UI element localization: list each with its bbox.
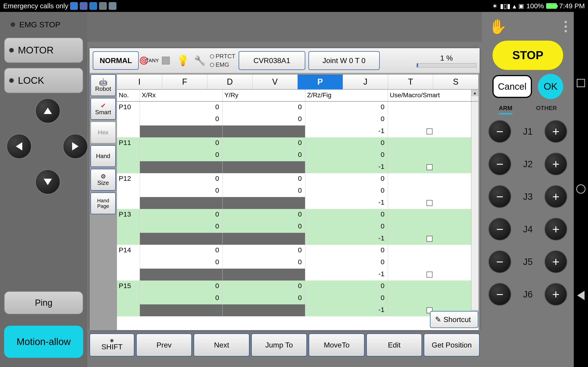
hand-icon[interactable]: ✋ xyxy=(489,18,507,35)
type-tab-f[interactable]: F xyxy=(162,75,208,89)
grid-body[interactable]: P10000000-1P11000000-1P12000000-1P130000… xyxy=(117,102,471,316)
next-button[interactable]: Next xyxy=(194,334,250,357)
smart-tab[interactable]: ✔Smart xyxy=(90,98,116,120)
type-tab-j[interactable]: J xyxy=(343,75,388,89)
down-button[interactable] xyxy=(35,169,61,194)
stop-square-icon[interactable] xyxy=(159,54,173,67)
speed-display[interactable]: 1 % xyxy=(417,54,476,67)
getposition-button[interactable]: Get Position xyxy=(424,334,480,357)
j4-plus-button[interactable]: + xyxy=(544,218,567,241)
table-row[interactable]: -1 xyxy=(117,125,471,137)
hand-tab[interactable]: Hand xyxy=(90,145,116,167)
table-row[interactable]: P14000 xyxy=(117,245,471,257)
use-checkbox[interactable] xyxy=(426,128,432,134)
table-row[interactable]: 000 xyxy=(117,292,471,304)
home-icon[interactable] xyxy=(576,184,586,194)
hand-page-label2: Page xyxy=(97,203,109,209)
shift-button[interactable]: SHIFT xyxy=(90,334,134,357)
moveto-button[interactable]: MoveTo xyxy=(309,334,364,357)
table-row[interactable]: -1 xyxy=(117,197,471,209)
jumpto-button[interactable]: Jump To xyxy=(251,334,307,357)
wrench-icon[interactable] xyxy=(193,54,207,67)
j4-minus-button[interactable]: − xyxy=(488,218,511,241)
use-checkbox[interactable] xyxy=(426,272,432,277)
lock-dot-icon xyxy=(9,78,14,83)
status-app-icon xyxy=(80,2,87,10)
hdr-y: Y/Ry xyxy=(223,90,305,101)
table-row[interactable]: 000 xyxy=(117,257,471,269)
j3-plus-button[interactable]: + xyxy=(544,185,567,208)
table-row[interactable]: P10000 xyxy=(117,102,471,114)
other-tab[interactable]: OTHER xyxy=(536,105,557,115)
type-tab-p[interactable]: P xyxy=(298,75,343,89)
hand-page-label1: Hand xyxy=(97,198,109,203)
j1-plus-button[interactable]: + xyxy=(544,120,567,143)
table-row[interactable]: P11000 xyxy=(117,137,471,149)
up-button[interactable] xyxy=(35,98,61,123)
prev-button[interactable]: Prev xyxy=(136,334,192,357)
right-button[interactable] xyxy=(63,134,88,159)
ping-button[interactable]: Ping xyxy=(4,291,83,314)
j5-minus-button[interactable]: − xyxy=(488,250,511,273)
bulb-icon[interactable] xyxy=(176,54,190,67)
other-tab-label: OTHER xyxy=(536,105,557,111)
table-row[interactable]: P15000 xyxy=(117,281,471,292)
type-tab-v[interactable]: V xyxy=(252,75,298,89)
emg-radio[interactable]: EMG xyxy=(210,61,235,68)
use-checkbox[interactable] xyxy=(426,236,432,242)
arm-tab[interactable]: ARM xyxy=(499,105,512,115)
table-row[interactable]: 000 xyxy=(117,221,471,233)
table-row[interactable]: -1 xyxy=(117,269,471,281)
prtct-radio[interactable]: PRTCT xyxy=(210,53,235,60)
motion-allow-button[interactable]: Motion-allow xyxy=(4,326,83,358)
scroll-up-icon[interactable]: ▴ xyxy=(471,90,478,96)
j3-minus-button[interactable]: − xyxy=(488,185,511,208)
table-row[interactable]: 000 xyxy=(117,114,471,125)
use-checkbox[interactable] xyxy=(426,200,432,206)
table-row[interactable]: -1 xyxy=(117,304,471,316)
hex-tab[interactable]: Hex xyxy=(90,122,116,143)
scrollbar[interactable]: ▾ xyxy=(471,102,478,316)
position-grid: IFDVPJTS No. X/Rx Y/Ry Z/Rz/Fig Use/Macr… xyxy=(117,74,479,330)
type-tab-d[interactable]: D xyxy=(208,75,253,89)
type-tab-i[interactable]: I xyxy=(117,75,162,89)
j1-minus-button[interactable]: − xyxy=(488,120,511,143)
lock-button[interactable]: LOCK xyxy=(4,68,83,93)
recent-apps-icon[interactable] xyxy=(577,79,585,87)
stop-button[interactable]: STOP xyxy=(492,40,563,70)
motor-label: MOTOR xyxy=(18,45,54,56)
type-tab-s[interactable]: S xyxy=(433,75,478,89)
left-button[interactable] xyxy=(6,134,32,159)
radio-icon xyxy=(210,63,214,67)
j6-minus-button[interactable]: − xyxy=(488,283,511,306)
j6-plus-button[interactable]: + xyxy=(544,283,567,306)
kebab-menu-icon[interactable] xyxy=(565,21,567,32)
table-row[interactable]: -1 xyxy=(117,161,471,173)
any-target-icon[interactable]: ANY xyxy=(142,54,156,67)
android-status-bar: Emergency calls only ✶ ▮▯▮ ▴ ▣ 100% 7:49… xyxy=(0,0,588,12)
size-tab[interactable]: ⚙Size xyxy=(90,169,116,191)
back-icon[interactable] xyxy=(577,291,585,300)
table-row[interactable]: P13000 xyxy=(117,209,471,221)
table-row[interactable]: 000 xyxy=(117,185,471,197)
j5-label: J5 xyxy=(523,257,533,267)
chevron-right-icon xyxy=(72,142,78,150)
table-row[interactable]: -1 xyxy=(117,233,471,245)
mode-button[interactable]: NORMAL xyxy=(93,51,139,70)
robot-tab[interactable]: 🤖Robot xyxy=(90,74,116,96)
shortcut-button[interactable]: ✎ Shortcut xyxy=(430,311,478,328)
j5-plus-button[interactable]: + xyxy=(544,250,567,273)
motor-button[interactable]: MOTOR xyxy=(4,38,83,63)
j2-plus-button[interactable]: + xyxy=(544,152,567,175)
type-tab-t[interactable]: T xyxy=(388,75,433,89)
cancel-button[interactable]: Cancel xyxy=(493,75,532,98)
hand-page-tab[interactable]: HandPage xyxy=(90,192,116,214)
edit-button[interactable]: Edit xyxy=(366,334,422,357)
program-select-button[interactable]: CVR038A1 xyxy=(239,51,305,70)
table-row[interactable]: P12000 xyxy=(117,173,471,185)
j2-minus-button[interactable]: − xyxy=(488,152,511,175)
use-checkbox[interactable] xyxy=(426,164,432,170)
joint-select-button[interactable]: Joint W 0 T 0 xyxy=(309,51,380,70)
ok-button[interactable]: OK xyxy=(538,74,563,99)
table-row[interactable]: 000 xyxy=(117,149,471,161)
